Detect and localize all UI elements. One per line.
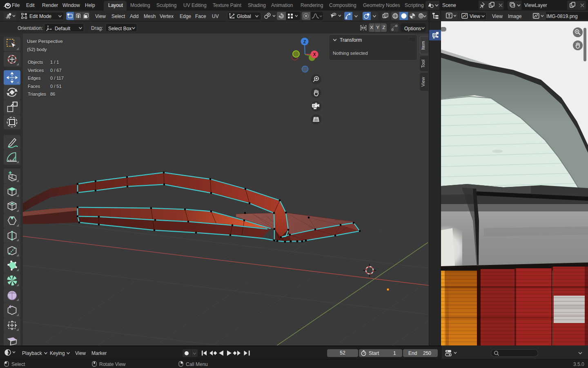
svg-text:Z: Z <box>303 40 306 44</box>
svg-text:X: X <box>313 52 316 57</box>
